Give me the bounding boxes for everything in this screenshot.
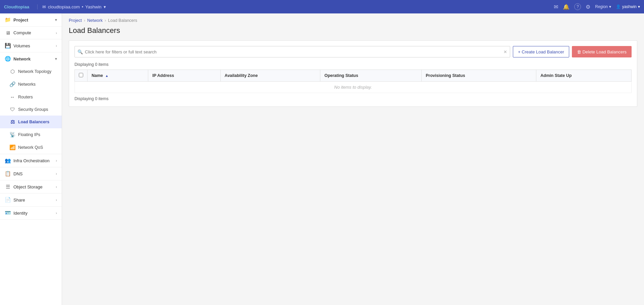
mail-icon[interactable]: ✉ bbox=[554, 4, 558, 10]
sidebar-item-load-balancers[interactable]: ⚖ Load Balancers bbox=[0, 116, 62, 128]
topbar-right: ✉ 🔔 ? ⚙ Region ▾ 👤 yashwin ▾ bbox=[554, 3, 640, 10]
sidebar-item-project[interactable]: 📁 Project ▾ bbox=[0, 13, 62, 26]
col-provisioning-status[interactable]: Provisioning Status bbox=[422, 70, 536, 82]
compute-icon: 🖥 bbox=[5, 30, 11, 36]
sidebar-label-networks: Networks bbox=[18, 82, 36, 87]
sort-name-icon[interactable]: ▲ bbox=[105, 74, 109, 78]
load-balancers-icon: ⚖ bbox=[9, 119, 15, 125]
sidebar-section-compute: 🖥 Compute › bbox=[0, 27, 62, 39]
infra-orchestration-icon: 👥 bbox=[5, 158, 11, 164]
compute-chevron: › bbox=[56, 31, 57, 35]
sidebar-section-volumes: 💾 Volumes › bbox=[0, 39, 62, 52]
select-all-checkbox[interactable] bbox=[79, 73, 83, 77]
object-storage-icon: ☰ bbox=[5, 184, 11, 190]
create-load-balancer-button[interactable]: + Create Load Balancer bbox=[513, 46, 569, 57]
brand-logo: Cloudtopiaa bbox=[4, 4, 29, 9]
sidebar-section-object-storage: ☰ Object Storage › bbox=[0, 180, 62, 193]
col-admin-state[interactable]: Admin State Up bbox=[536, 70, 632, 82]
sidebar-label-dns: DNS bbox=[13, 171, 22, 176]
col-availability-zone[interactable]: Availability Zone bbox=[220, 70, 320, 82]
sidebar-item-networks[interactable]: 🔗 Networks bbox=[0, 78, 62, 91]
project-dropdown-arrow[interactable]: ▾ bbox=[104, 4, 106, 9]
sidebar-item-dns[interactable]: 📋 DNS › bbox=[0, 167, 62, 180]
sidebar-label-floating-ips: Floating IPs bbox=[18, 132, 40, 137]
sidebar-label-network: Network bbox=[13, 56, 31, 61]
breadcrumb-network[interactable]: Network bbox=[87, 18, 103, 23]
identity-chevron: › bbox=[56, 211, 57, 215]
bell-icon[interactable]: 🔔 bbox=[563, 4, 570, 10]
sidebar-item-security-groups[interactable]: 🛡 Security Groups bbox=[0, 103, 62, 116]
table-body: No items to display. bbox=[75, 82, 632, 93]
search-icon: 🔍 bbox=[77, 49, 83, 54]
current-username: Yashwin bbox=[85, 4, 101, 9]
sidebar-item-network-qos[interactable]: 📶 Network QoS bbox=[0, 141, 62, 154]
table-header: Name ▲ IP Address Availability Zone Oper… bbox=[75, 70, 632, 82]
dns-chevron: › bbox=[56, 172, 57, 176]
sidebar-item-routers[interactable]: ↔ Routers bbox=[0, 91, 62, 103]
select-all-header[interactable] bbox=[75, 70, 88, 82]
routers-icon: ↔ bbox=[9, 94, 15, 100]
layout: 📁 Project ▾ 🖥 Compute › 💾 Volumes › bbox=[0, 13, 644, 305]
sidebar-label-network-topology: Network Topology bbox=[18, 69, 51, 74]
breadcrumb-current: Load Balancers bbox=[108, 18, 137, 23]
brand-name: Cloudtopiaa bbox=[4, 4, 29, 9]
breadcrumb-project[interactable]: Project bbox=[69, 18, 82, 23]
sidebar-label-compute: Compute bbox=[13, 30, 31, 35]
sidebar: 📁 Project ▾ 🖥 Compute › 💾 Volumes › bbox=[0, 13, 62, 305]
page-title: Load Balancers bbox=[62, 24, 644, 40]
sidebar-label-volumes: Volumes bbox=[13, 43, 30, 48]
breadcrumb-sep-2: › bbox=[105, 18, 106, 23]
col-ip-address[interactable]: IP Address bbox=[148, 70, 220, 82]
user-label: yashwin bbox=[622, 4, 637, 9]
identity-icon: 🪪 bbox=[5, 210, 11, 216]
load-balancers-table: Name ▲ IP Address Availability Zone Oper… bbox=[74, 70, 632, 93]
sidebar-label-network-qos: Network QoS bbox=[18, 145, 43, 150]
col-ip-label: IP Address bbox=[152, 73, 174, 78]
region-arrow: ▾ bbox=[609, 4, 611, 9]
col-as-label: Admin State Up bbox=[540, 73, 572, 78]
sidebar-item-object-storage[interactable]: ☰ Object Storage › bbox=[0, 180, 62, 193]
sidebar-label-routers: Routers bbox=[18, 95, 33, 99]
region-selector[interactable]: Region ▾ bbox=[595, 4, 611, 9]
sidebar-item-infra-orchestration[interactable]: 👥 Infra Orchestration › bbox=[0, 154, 62, 167]
no-items-cell: No items to display. bbox=[75, 82, 632, 93]
share-chevron: › bbox=[56, 198, 57, 202]
sidebar-item-floating-ips[interactable]: 📡 Floating IPs bbox=[0, 128, 62, 141]
sidebar-item-compute[interactable]: 🖥 Compute › bbox=[0, 27, 62, 39]
topbar: Cloudtopiaa ✉ cloudtopiaa.com • Yashwin … bbox=[0, 0, 644, 13]
sidebar-item-network[interactable]: 🌐 Network ▾ bbox=[0, 52, 62, 65]
breadcrumb: Project › Network › Load Balancers bbox=[62, 13, 644, 24]
user-icon: 👤 bbox=[616, 4, 621, 9]
sidebar-label-load-balancers: Load Balancers bbox=[18, 120, 49, 124]
tab-icon: ✉ bbox=[42, 4, 46, 9]
network-topology-icon: ⬡ bbox=[9, 69, 15, 75]
sidebar-item-network-topology[interactable]: ⬡ Network Topology bbox=[0, 65, 62, 78]
sidebar-label-object-storage: Object Storage bbox=[13, 184, 43, 189]
volumes-icon: 💾 bbox=[5, 43, 11, 49]
col-ps-label: Provisioning Status bbox=[426, 73, 465, 78]
networks-icon: 🔗 bbox=[9, 81, 15, 87]
col-operating-status[interactable]: Operating Status bbox=[320, 70, 422, 82]
search-input[interactable] bbox=[85, 49, 503, 54]
network-qos-icon: 📶 bbox=[9, 144, 15, 150]
user-menu[interactable]: 👤 yashwin ▾ bbox=[616, 4, 640, 9]
col-name[interactable]: Name ▲ bbox=[88, 70, 148, 82]
project-chevron: ▾ bbox=[55, 18, 57, 22]
delete-load-balancers-button[interactable]: 🗑 Delete Load Balancers bbox=[572, 46, 632, 57]
sidebar-label-security-groups: Security Groups bbox=[18, 107, 48, 112]
sidebar-label-identity: Identity bbox=[13, 211, 28, 216]
sidebar-section-share: 📄 Share › bbox=[0, 193, 62, 207]
region-label: Region bbox=[595, 4, 608, 9]
project-selector[interactable]: ✉ cloudtopiaa.com • Yashwin ▾ bbox=[37, 4, 106, 9]
col-name-label: Name bbox=[92, 73, 103, 78]
gear-icon[interactable]: ⚙ bbox=[586, 4, 590, 10]
help-icon[interactable]: ? bbox=[574, 3, 581, 10]
search-box: 🔍 ✕ bbox=[74, 46, 510, 57]
sidebar-label-share: Share bbox=[13, 198, 25, 203]
security-groups-icon: 🛡 bbox=[9, 106, 15, 112]
sidebar-item-identity[interactable]: 🪪 Identity › bbox=[0, 207, 62, 219]
sidebar-item-volumes[interactable]: 💾 Volumes › bbox=[0, 39, 62, 52]
clear-search-button[interactable]: ✕ bbox=[503, 49, 507, 54]
sidebar-section-identity: 🪪 Identity › bbox=[0, 207, 62, 220]
sidebar-item-share[interactable]: 📄 Share › bbox=[0, 193, 62, 206]
